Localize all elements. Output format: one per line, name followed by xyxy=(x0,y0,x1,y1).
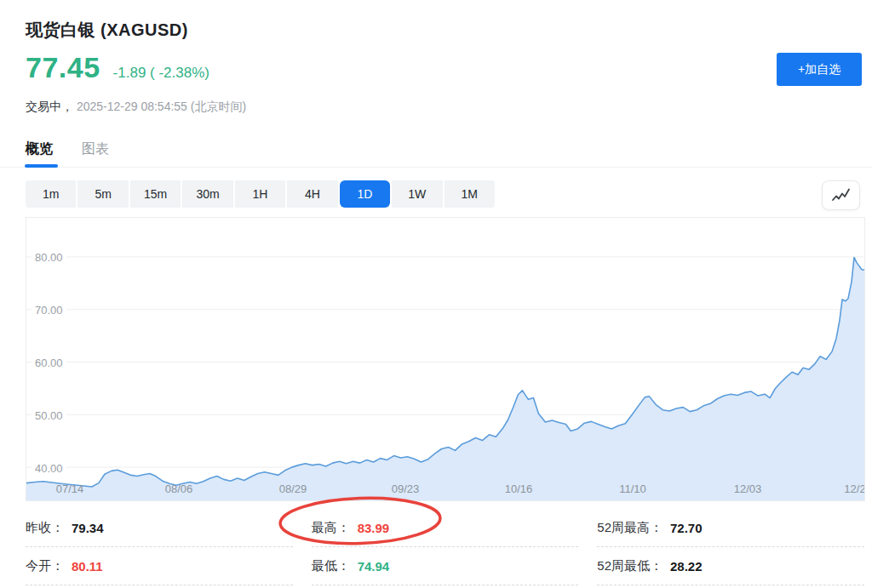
tab-overview[interactable]: 概览 xyxy=(26,140,53,158)
y-axis-label: 80.00 xyxy=(32,251,66,264)
active-tab-underline xyxy=(25,164,58,168)
y-axis-label: 60.00 xyxy=(32,357,66,369)
stat-prev-close-value: 79.34 xyxy=(72,521,104,535)
stat-high-label: 最高： xyxy=(312,520,350,536)
price-change: -1.89 ( -2.38%) xyxy=(113,65,209,82)
stat-52w-high: 52周最高：72.70 xyxy=(597,509,864,547)
stat-52w-low: 52周最低：28.22 xyxy=(597,547,864,585)
x-axis-label: 08/29 xyxy=(269,482,317,495)
stat-52w-low-label: 52周最低： xyxy=(597,558,663,574)
timeframe-1m[interactable]: 1M xyxy=(445,180,495,208)
x-axis-label: 12/2 xyxy=(831,482,865,495)
timeframe-5m[interactable]: 5m xyxy=(77,180,128,208)
timeframe-1m[interactable]: 1m xyxy=(26,180,76,208)
timeframe-15m[interactable]: 15m xyxy=(130,180,181,208)
page-title: 现货白银 (XAGUSD) xyxy=(26,19,188,42)
y-axis-label: 40.00 xyxy=(32,462,66,475)
quote-stats-panel: 昨收：79.34最高：83.9952周最高：72.70今开：80.11最低：74… xyxy=(26,509,864,585)
line-chart-icon xyxy=(831,188,851,203)
y-axis-label: 70.00 xyxy=(32,304,66,317)
timeframe-1h[interactable]: 1H xyxy=(235,180,285,208)
timeframe-30m[interactable]: 30m xyxy=(182,180,232,208)
add-watchlist-button[interactable]: +加自选 xyxy=(777,53,862,86)
chart-style-button[interactable] xyxy=(822,180,860,210)
timeframe-1d[interactable]: 1D xyxy=(340,180,390,208)
timeframe-selector: 1m5m15m30m1H4H1D1W1M xyxy=(26,180,495,208)
price-chart[interactable]: 80.0070.0060.0050.0040.0007/1408/0608/29… xyxy=(26,217,865,501)
stat-open-value: 80.11 xyxy=(72,559,103,574)
stat-prev-close: 昨收：79.34 xyxy=(26,509,293,547)
tabs-divider xyxy=(0,167,872,168)
market-status-row: 交易中， 2025-12-29 08:54:55 (北京时间) xyxy=(26,100,246,115)
x-axis-label: 11/10 xyxy=(609,482,657,495)
stat-low-value: 74.94 xyxy=(358,559,390,574)
x-axis-label: 07/14 xyxy=(46,482,94,495)
tab-bar: 概览 图表 xyxy=(26,140,109,158)
tab-chart[interactable]: 图表 xyxy=(82,140,109,158)
price-area-fill xyxy=(26,257,864,500)
stat-high: 最高：83.99 xyxy=(312,509,579,547)
timeframe-1w[interactable]: 1W xyxy=(392,180,442,208)
stat-open: 今开：80.11 xyxy=(26,547,293,585)
stat-prev-close-label: 昨收： xyxy=(26,520,64,536)
stat-low-label: 最低： xyxy=(312,558,350,574)
stat-52w-high-value: 72.70 xyxy=(670,521,703,535)
timeframe-4h[interactable]: 4H xyxy=(287,180,337,208)
price-block: 77.45 -1.89 ( -2.38%) xyxy=(26,51,209,84)
stat-high-value: 83.99 xyxy=(358,521,390,535)
market-status: 交易中， xyxy=(26,100,73,113)
area-chart-canvas xyxy=(26,218,864,500)
y-axis-label: 50.00 xyxy=(32,409,66,422)
x-axis-label: 10/16 xyxy=(495,482,542,495)
stat-low: 最低：74.94 xyxy=(312,547,579,585)
stat-open-label: 今开： xyxy=(26,558,64,574)
quote-timestamp: 2025-12-29 08:54:55 (北京时间) xyxy=(77,100,246,113)
last-price: 77.45 xyxy=(26,51,100,84)
x-axis-label: 08/06 xyxy=(155,482,203,495)
stat-52w-low-value: 28.22 xyxy=(670,559,703,574)
stat-52w-high-label: 52周最高： xyxy=(597,520,663,536)
x-axis-label: 09/23 xyxy=(382,482,429,495)
x-axis-label: 12/03 xyxy=(724,482,772,495)
